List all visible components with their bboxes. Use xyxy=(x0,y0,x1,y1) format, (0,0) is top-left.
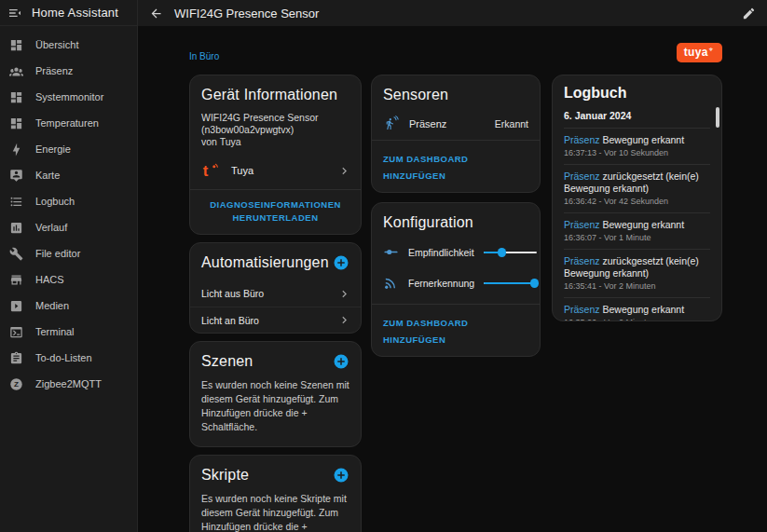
map-tooltip-icon xyxy=(9,169,23,183)
log-timestamp: 16:37:13 - Vor 10 Sekunden xyxy=(564,148,710,158)
sensors-title: Sensoren xyxy=(383,87,528,103)
back-arrow-icon[interactable] xyxy=(149,7,163,20)
entity-link[interactable]: Präsenz xyxy=(564,134,600,145)
add-scene-button[interactable] xyxy=(333,353,349,370)
zigbee-icon: Z xyxy=(9,377,23,391)
dashboard-icon xyxy=(9,116,23,130)
chevron-right-icon xyxy=(337,287,351,301)
logbook-entry: PräsenzBewegung erkannt 16:35:26 - Vor 2… xyxy=(564,298,710,321)
config-label: Empfindlichkeit xyxy=(408,247,474,258)
logbook-date-header: 6. Januar 2024 xyxy=(564,102,710,129)
device-id: (n3bow00a2vpwgtvx) xyxy=(201,124,349,136)
log-timestamp: 16:35:41 - Vor 2 Minuten xyxy=(564,281,710,292)
sidebar-item-hacs[interactable]: HACS xyxy=(0,266,137,293)
device-info-card: Gerät Informationen WIFI24G Presence Sen… xyxy=(189,75,362,235)
sidebar-item-label: Medien xyxy=(35,300,69,311)
sidebar-item-label: Zigbee2MQTT xyxy=(35,378,102,389)
chevron-right-icon xyxy=(337,164,351,178)
svg-text:t: t xyxy=(203,162,209,180)
sidebar-item-logbuch[interactable]: Logbuch xyxy=(0,188,137,214)
sidebar-item-label: To-do-Listen xyxy=(35,352,92,363)
sidebar-item-label: Karte xyxy=(35,170,60,181)
automation-label: Licht aus Büro xyxy=(201,288,264,299)
integration-row-tuya[interactable]: t Tuya xyxy=(190,152,361,189)
sidebar-item-temperaturen[interactable]: Temperaturen xyxy=(0,110,137,136)
sidebar-item-terminal[interactable]: Terminal xyxy=(0,319,137,345)
logbook-entry: PräsenzBewegung erkannt 16:36:07 - Vor 1… xyxy=(564,213,710,250)
slider-thumb[interactable] xyxy=(498,248,507,257)
automation-row-licht-aus[interactable]: Licht aus Büro xyxy=(190,280,361,307)
store-icon xyxy=(9,273,23,287)
scripts-title: Skripte xyxy=(201,467,249,484)
sidebar-item-file-editor[interactable]: File editor xyxy=(0,240,137,266)
page-header: WIFI24G Presence Sensor xyxy=(138,0,767,26)
sidebar-item-verlauf[interactable]: Verlauf xyxy=(0,214,137,240)
sidebar-item-uebersicht[interactable]: Übersicht xyxy=(0,32,137,58)
add-to-dashboard-link[interactable]: ZUM DASHBOARD HINZUFÜGEN xyxy=(383,318,468,345)
sidebar-toggle-icon[interactable] xyxy=(7,6,22,20)
sidebar-header: Home Assistant xyxy=(0,0,137,26)
terminal-icon xyxy=(9,325,23,339)
add-to-dashboard-link[interactable]: ZUM DASHBOARD HINZUFÜGEN xyxy=(383,154,468,181)
config-label: Fernerkennung xyxy=(408,278,474,289)
log-timestamp: 16:35:26 - Vor 2 Minuten xyxy=(564,318,710,321)
sidebar-item-todo-listen[interactable]: To-do-Listen xyxy=(0,345,137,371)
column-right: Logbuch 6. Januar 2024 PräsenzBewegung e… xyxy=(552,75,722,321)
list-icon xyxy=(9,195,23,209)
sidebar-item-label: HACS xyxy=(35,274,64,285)
entity-link[interactable]: Präsenz xyxy=(564,171,600,182)
configuration-title: Konfiguration xyxy=(383,214,528,231)
sidebar-item-zigbee2mqtt[interactable]: Z Zigbee2MQTT xyxy=(0,371,137,397)
sidebar-item-systemmonitor[interactable]: Systemmonitor xyxy=(0,84,137,110)
edit-pencil-icon[interactable] xyxy=(742,7,756,20)
add-script-button[interactable] xyxy=(333,467,349,484)
chart-icon xyxy=(9,221,23,235)
device-vendor: von Tuya xyxy=(201,136,349,148)
add-automation-button[interactable] xyxy=(333,254,349,271)
download-diagnostics-link[interactable]: DIAGNOSEINFORMATIONEN HERUNTERLADEN xyxy=(201,198,349,225)
svg-text:Z: Z xyxy=(14,380,19,389)
sidebar-item-label: Präsenz xyxy=(35,65,73,76)
content-area: In Büro tuyaᯤ Gerät Informationen WIFI24… xyxy=(138,26,767,532)
automations-card: Automatisierungen Licht aus Büro Licht a… xyxy=(189,242,362,334)
entity-link[interactable]: Präsenz xyxy=(564,219,600,230)
column-left: Gerät Informationen WIFI24G Presence Sen… xyxy=(189,75,362,532)
signal-arcs-icon xyxy=(383,275,399,291)
config-row-empfindlichkeit: Empfindlichkeit xyxy=(372,237,540,267)
area-link[interactable]: In Büro xyxy=(189,51,219,61)
sensor-state: Erkannt xyxy=(495,118,528,130)
integration-name: Tuya xyxy=(231,165,326,176)
scripts-empty-text: Es wurden noch keine Skripte mit diesem … xyxy=(190,484,361,532)
sidebar-item-label: Energie xyxy=(35,143,71,155)
column-middle: Sensoren Präsenz Erkannt ZUM DASHBOARD H… xyxy=(371,75,541,357)
tuya-brand-logo: tuyaᯤ xyxy=(677,43,722,62)
sensitivity-slider[interactable] xyxy=(484,247,537,258)
sidebar-item-praesenz[interactable]: Präsenz xyxy=(0,58,137,84)
sidebar-item-karte[interactable]: Karte xyxy=(0,162,137,188)
page-title: WIFI24G Presence Sensor xyxy=(174,7,731,20)
log-message: Bewegung erkannt xyxy=(603,304,685,315)
range-detection-slider[interactable] xyxy=(484,278,537,289)
automation-row-licht-an[interactable]: Licht an Büro xyxy=(190,307,361,333)
sidebar-item-medien[interactable]: Medien xyxy=(0,293,137,319)
lightning-icon xyxy=(9,143,23,157)
logbook-scrollbar[interactable] xyxy=(716,107,719,128)
sensor-row-praesenz[interactable]: Präsenz Erkannt xyxy=(372,107,540,140)
dashboard-icon xyxy=(9,90,23,104)
logbook-entry: PräsenzBewegung erkannt 16:37:13 - Vor 1… xyxy=(564,129,710,165)
sidebar-item-label: Übersicht xyxy=(35,39,78,50)
tuya-logo: t xyxy=(201,161,220,180)
sensor-label: Präsenz xyxy=(409,118,485,130)
automations-title: Automatisierungen xyxy=(201,254,329,271)
sidebar-item-label: Systemmonitor xyxy=(35,91,103,102)
slider-thumb[interactable] xyxy=(530,279,540,288)
logbook-title: Logbuch xyxy=(564,85,710,102)
entity-link[interactable]: Präsenz xyxy=(564,304,600,315)
sidebar-item-energie[interactable]: Energie xyxy=(0,136,137,162)
entity-link[interactable]: Präsenz xyxy=(564,255,600,266)
log-message: Bewegung erkannt xyxy=(603,134,685,145)
scenes-card: Szenen Es wurden noch keine Szenen mit d… xyxy=(189,341,362,447)
dashboard-icon xyxy=(9,38,23,52)
sidebar-item-label: Temperaturen xyxy=(35,117,99,129)
sidebar-item-label: Logbuch xyxy=(35,196,75,207)
